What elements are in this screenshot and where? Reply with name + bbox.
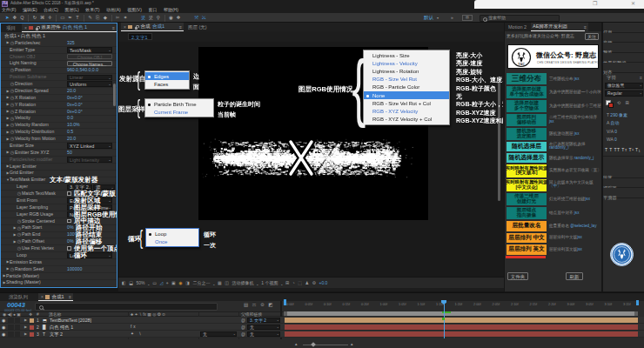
- viewer-toolbar-icon[interactable]: 1 个视图: [261, 281, 278, 285]
- viewer-toolbar-icon[interactable]: ▣: [171, 281, 176, 285]
- selection-tool[interactable]: ➤: [3, 16, 11, 21]
- menu-option[interactable]: Particle Birth Time: [145, 100, 213, 108]
- script-button[interactable]: 实时映射有属性回源 [中文汉化]: [506, 179, 547, 192]
- font-style-select[interactable]: Regular: [605, 90, 643, 97]
- script-button[interactable]: 三维分布: [506, 73, 547, 84]
- viewer-toolbar-icon[interactable]: ˬ: [148, 281, 150, 285]
- more-workspaces-button[interactable]: »: [451, 16, 453, 20]
- eye-icon[interactable]: ◉: [2, 318, 5, 323]
- lock-icon[interactable]: [35, 26, 39, 30]
- eye-icon[interactable]: ◉: [2, 332, 5, 337]
- property-value[interactable]: 100000: [67, 267, 82, 271]
- script-button[interactable]: 随机选择层: [506, 142, 547, 151]
- script-button[interactable]: 选择图层创建 单个预合成物体: [506, 86, 547, 98]
- menu-option[interactable]: RGB - XYZ Velocity + Col: [364, 116, 449, 124]
- property-value[interactable]: 960.0,540.0,0.0: [67, 68, 98, 72]
- type-tool[interactable]: T: [74, 16, 82, 21]
- viewer-toolbar-icon[interactable]: ◨: [185, 281, 190, 285]
- property-dropdown[interactable]: Linear: [67, 75, 112, 81]
- expand-arrow-icon[interactable]: ▶: [24, 318, 27, 322]
- dock-panel-header[interactable]: 信息: [603, 23, 644, 33]
- script-button[interactable]: 传递三维层 创建灯光: [506, 193, 547, 205]
- effect-property-row[interactable]: ▶ Layer Emitter: [1, 164, 117, 171]
- roto-brush-tool[interactable]: ✂: [114, 16, 122, 21]
- property-value[interactable]: 20.0: [67, 137, 76, 141]
- dock-panel-header[interactable]: 段落: [603, 168, 644, 178]
- refresh-button[interactable]: 刷新: [566, 272, 583, 280]
- panel-menu-icon[interactable]: ≡: [179, 25, 182, 30]
- property-value[interactable]: 50: [67, 151, 72, 155]
- effect-property-row[interactable]: ▼ Text/Mask Emitter 文本/蒙版发射器: [1, 177, 117, 184]
- work-area-bar[interactable]: [284, 311, 638, 316]
- viewer-toolbar-icon[interactable]: 活动摄像机: [232, 281, 254, 285]
- menu-option[interactable]: Edges: [145, 72, 189, 80]
- close-icon[interactable]: ×: [24, 26, 27, 30]
- dock-panel-header[interactable]: 效果和预设: [603, 53, 644, 64]
- property-value[interactable]: 0.0: [67, 116, 73, 120]
- clone-stamp-tool[interactable]: ⎘: [94, 16, 102, 21]
- layer-color-chip[interactable]: [30, 332, 34, 337]
- fill-swatch[interactable]: [608, 103, 614, 108]
- property-value[interactable]: 20.0: [67, 89, 76, 93]
- menu-option[interactable]: RGB - Particle Color: [364, 84, 449, 91]
- viewer-toolbar-icon[interactable]: ⬚: [298, 281, 302, 285]
- property-value[interactable]: 0x+0.0°: [67, 110, 83, 114]
- menu-option[interactable]: RGB - Size Vel Rot + Col: [364, 99, 449, 107]
- eye-icon[interactable]: ◉: [2, 325, 5, 330]
- tab-render-queue[interactable]: 渲染队列: [9, 295, 28, 300]
- effect-property-row[interactable]: ▶ ◷ Emitter Size XYZ 50 50 50: [1, 150, 117, 157]
- property-checkbox[interactable]: [67, 219, 71, 224]
- shape-tool[interactable]: ▭: [59, 16, 67, 21]
- panel-menu-icon[interactable]: ≡: [640, 76, 642, 80]
- effect-property-row[interactable]: Position Subframe Linear Linear Linear: [1, 74, 117, 81]
- viewer-toolbar-icon[interactable]: ▭: [152, 281, 157, 285]
- effect-property-row[interactable]: Emitter Type Text/Mask Text/Mask Text/Ma…: [1, 47, 117, 54]
- effect-property-row[interactable]: Loop Loop Loop Loop 循环: [1, 252, 117, 259]
- script-button[interactable]: 选择层创建 多个空物体: [506, 100, 547, 112]
- layer-name[interactable]: TextBurstText [2028]: [50, 318, 91, 323]
- plugin-tool-1[interactable]: ⤧: [192, 16, 200, 21]
- viewer-toolbar-icon[interactable]: ◔: [292, 281, 295, 285]
- effect-property-row[interactable]: ▶ ◷ Direction Spread 20.0 20.0 20.0: [1, 88, 117, 95]
- font-family-select[interactable]: 微软雅黑: [605, 83, 643, 89]
- panel-menu-icon[interactable]: ≡: [584, 25, 587, 30]
- viewer-toolbar-icon[interactable]: ◉: [178, 281, 182, 285]
- effect-property-row[interactable]: ◷ Position 960.0,540.0,0.0 960.0,540.0,0…: [1, 68, 117, 75]
- ecp-scrollbar[interactable]: [113, 84, 116, 106]
- wand-tool[interactable]: ⚲: [155, 16, 163, 21]
- pickwhip-icon[interactable]: @: [241, 332, 245, 337]
- effect-property-row[interactable]: ▶ ◷ Velocity Random 10.0% 10.0% 10.0%: [1, 123, 117, 130]
- layer-duration-bar[interactable]: [285, 331, 638, 337]
- dock-panel-header[interactable]: 对齐: [603, 63, 644, 73]
- viewer-toolbar-icon[interactable]: ˬ: [281, 281, 283, 285]
- viewer-toolbar-icon[interactable]: 二分之一: [192, 281, 210, 285]
- pan-behind-tool[interactable]: ✛: [46, 16, 54, 21]
- snap-tool[interactable]: ❖: [175, 16, 183, 21]
- person-tool[interactable]: 웃: [139, 16, 147, 21]
- script-button[interactable]: 层层排列 中文: [506, 233, 547, 244]
- script-button[interactable]: 随机游移 选定图层: [506, 128, 547, 140]
- property-dropdown[interactable]: Uniform: [67, 81, 112, 87]
- workspace-box-icon[interactable]: ▤: [462, 15, 473, 21]
- property-value[interactable]: 0%: [67, 225, 74, 230]
- property-value[interactable]: 10.0%: [67, 123, 80, 127]
- script-button[interactable]: 实时映射有属性回源 [英文版本]: [506, 164, 547, 177]
- script-button[interactable]: 层批量改名: [506, 221, 547, 231]
- layer-color-chip[interactable]: [30, 318, 34, 323]
- keyframe-marker[interactable]: [442, 318, 445, 320]
- menu-option[interactable]: Once: [146, 238, 198, 245]
- brush-tool[interactable]: ✎: [86, 16, 94, 21]
- close-icon[interactable]: ×: [124, 25, 126, 30]
- lock-icon[interactable]: [134, 25, 138, 30]
- comp-toggle-icon[interactable]: ▤: [244, 303, 248, 308]
- rotate-tool[interactable]: ↻: [31, 16, 39, 21]
- property-dropdown[interactable]: XYZ Linked: [67, 143, 112, 149]
- menu-option[interactable]: Current Frame: [145, 108, 213, 116]
- pickwhip-icon[interactable]: @: [241, 318, 245, 323]
- script-button[interactable]: 层层排列 英文: [506, 244, 547, 255]
- property-value[interactable]: 0x+0.0°: [67, 96, 83, 100]
- layer-switches[interactable]: fx: [131, 325, 174, 330]
- swatch-icons[interactable]: ⟲ ⊞: [617, 101, 631, 105]
- effect-property-row[interactable]: ▶ ◷ Z Rotation 0x+0.0° 0x+0.0° 0x+0.0°: [1, 109, 117, 116]
- effect-property-row[interactable]: Particles/sec modifier Light Intensity L…: [1, 157, 117, 164]
